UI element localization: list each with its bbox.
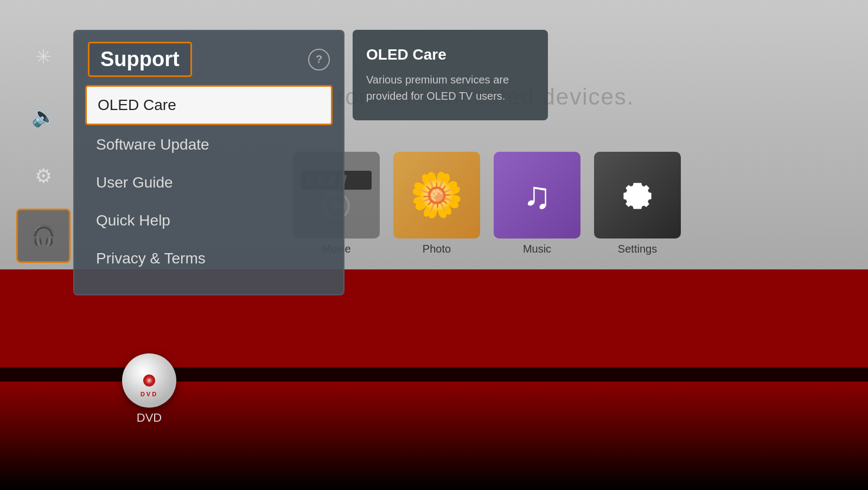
info-panel-description: Various premium services are provided fo… <box>366 72 534 104</box>
sidebar: ✳ 🔊 ⚙ 🎧 <box>16 30 71 263</box>
app-item-settings[interactable]: Settings <box>594 152 681 255</box>
app-label-photo: Photo <box>423 243 451 255</box>
app-icon-music[interactable]: ♫ <box>494 152 580 238</box>
home-icon: ✳ <box>35 46 52 68</box>
info-panel-title: OLED Care <box>366 46 534 63</box>
music-note-icon: ♫ <box>523 173 552 217</box>
sound-icon: 🔊 <box>31 105 56 128</box>
sidebar-item-home[interactable]: ✳ <box>16 30 71 84</box>
help-icon[interactable]: ? <box>308 49 330 70</box>
support-title: Support <box>88 42 192 77</box>
support-menu-list: OLED Care Software Update User Guide Qui… <box>74 85 343 277</box>
dvd-item[interactable]: DVD DVD <box>122 353 176 425</box>
app-label-music: Music <box>523 243 551 255</box>
gear-icon <box>616 173 659 217</box>
menu-item-user-guide[interactable]: User Guide <box>85 164 333 201</box>
app-label-settings: Settings <box>618 243 657 255</box>
sidebar-item-settings[interactable]: ⚙ <box>16 149 71 203</box>
support-panel: Support ? OLED Care Software Update User… <box>73 30 344 295</box>
info-panel: OLED Care Various premium services are p… <box>353 30 548 120</box>
menu-item-oled-care[interactable]: OLED Care <box>85 85 333 125</box>
menu-item-software-update[interactable]: Software Update <box>85 126 333 163</box>
support-headset-icon: 🎧 <box>31 224 56 247</box>
app-item-photo[interactable]: 🌼 Photo <box>393 152 480 255</box>
support-header: Support ? <box>74 31 343 85</box>
app-item-music[interactable]: ♫ Music <box>494 152 580 255</box>
app-icon-settings[interactable] <box>594 152 681 238</box>
dvd-disc-icon: DVD <box>122 353 176 408</box>
menu-item-quick-help[interactable]: Quick Help <box>85 202 333 239</box>
app-icon-photo[interactable]: 🌼 <box>393 152 480 238</box>
sidebar-item-sound[interactable]: 🔊 <box>16 89 71 144</box>
sidebar-item-support[interactable]: 🎧 <box>16 209 71 263</box>
dvd-text-label: DVD <box>141 391 158 397</box>
menu-item-privacy-terms[interactable]: Privacy & Terms <box>85 240 333 277</box>
apps-row: Movie 🌼 Photo ♫ Music Settings <box>293 152 681 255</box>
dvd-label: DVD <box>137 411 162 425</box>
settings-icon: ⚙ <box>35 165 52 188</box>
dvd-center-hole <box>143 375 155 386</box>
